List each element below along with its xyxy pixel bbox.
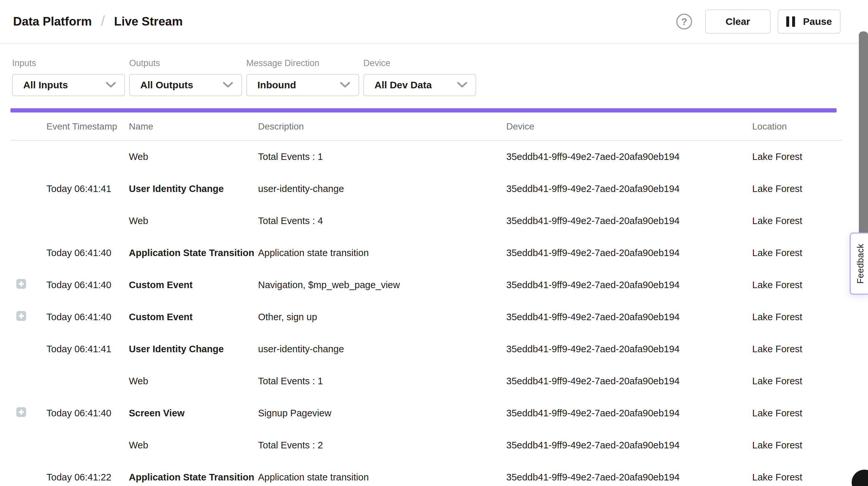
cell-device: 35eddb41-9ff9-49e2-7aed-20afa90eb194 [506,280,752,291]
breadcrumb: Data Platform / Live Stream [13,13,183,30]
message-direction-dropdown-value: Inbound [257,80,296,91]
header-actions: ? Clear Pause [676,9,840,34]
expand-plus-icon[interactable] [17,407,26,417]
filter-outputs-label: Outputs [129,58,242,68]
pause-icon [786,17,795,27]
help-icon[interactable]: ? [676,14,692,29]
cell-device: 35eddb41-9ff9-49e2-7aed-20afa90eb194 [506,344,752,355]
message-direction-dropdown[interactable]: Inbound [246,74,359,96]
cell-description: Application state transition [258,472,506,483]
table-row[interactable]: Today 06:41:40 Screen View Signup Pagevi… [0,397,868,429]
cell-description: Other, sign up [258,312,506,323]
cell-name: Custom Event [129,312,258,323]
column-header-event-timestamp: Event Timestamp [46,121,129,132]
cell-name: Application State Transition [129,248,258,259]
cell-description: Navigation, $mp_web_page_view [258,280,506,291]
outputs-dropdown-value: All Outputs [140,80,193,91]
table-row[interactable]: Web Total Events : 4 35eddb41-9ff9-49e2-… [0,205,868,237]
cell-location: Lake Forest [752,472,868,483]
event-table-body: Web Total Events : 1 35eddb41-9ff9-49e2-… [0,141,868,486]
live-stream-divider-bar [10,108,837,113]
expand-plus-icon[interactable] [17,279,26,289]
table-header: Event Timestamp Name Description Device … [0,113,868,141]
cell-location: Lake Forest [752,376,868,387]
table-row[interactable]: Today 06:41:22 Application State Transit… [0,461,868,486]
cell-location: Lake Forest [752,215,868,226]
column-header-device: Device [506,121,752,132]
cell-description: user-identity-change [258,344,506,355]
table-row[interactable]: Today 06:41:41 User Identity Change user… [0,333,868,365]
filter-inputs-label: Inputs [12,58,125,68]
cell-name: Web [129,215,258,226]
cell-timestamp: Today 06:41:40 [46,248,129,259]
cell-description: Total Events : 1 [258,151,506,162]
cell-timestamp: Today 06:41:40 [46,408,129,419]
cell-description: user-identity-change [258,183,506,194]
cell-location: Lake Forest [752,440,868,451]
column-header-location: Location [752,121,868,132]
cell-device: 35eddb41-9ff9-49e2-7aed-20afa90eb194 [506,376,752,387]
cell-location: Lake Forest [752,151,868,162]
cell-name: User Identity Change [129,344,258,355]
cell-name: Web [129,376,258,387]
cell-device: 35eddb41-9ff9-49e2-7aed-20afa90eb194 [506,151,752,162]
table-row[interactable]: Today 06:41:40 Custom Event Other, sign … [0,301,868,333]
filter-bar: Inputs All Inputs Outputs All Outputs Me… [0,44,868,96]
table-row[interactable]: Today 06:41:40 Application State Transit… [0,237,868,269]
cell-name: Application State Transition [129,472,258,483]
table-row[interactable]: Today 06:41:40 Custom Event Navigation, … [0,269,868,301]
cell-description: Total Events : 1 [258,376,506,387]
cell-location: Lake Forest [752,183,868,194]
filter-device-label: Device [363,58,476,68]
column-header-description: Description [258,121,506,132]
cell-name: Custom Event [129,280,258,291]
cell-timestamp: Today 06:41:40 [46,280,129,291]
cell-location: Lake Forest [752,408,868,419]
expand-plus-icon[interactable] [17,311,26,321]
cell-location: Lake Forest [752,312,868,323]
device-dropdown-value: All Dev Data [374,80,432,91]
table-row[interactable]: Web Total Events : 1 35eddb41-9ff9-49e2-… [0,365,868,397]
cell-device: 35eddb41-9ff9-49e2-7aed-20afa90eb194 [506,440,752,451]
cell-timestamp: Today 06:41:41 [46,344,129,355]
filter-message-direction: Message Direction Inbound [246,58,359,96]
feedback-tab-label: Feedback [856,244,866,284]
cell-description: Total Events : 4 [258,215,506,226]
filter-message-direction-label: Message Direction [246,58,359,68]
outputs-dropdown[interactable]: All Outputs [129,74,242,96]
cell-device: 35eddb41-9ff9-49e2-7aed-20afa90eb194 [506,183,752,194]
inputs-dropdown[interactable]: All Inputs [12,74,125,96]
cell-device: 35eddb41-9ff9-49e2-7aed-20afa90eb194 [506,408,752,419]
pause-button[interactable]: Pause [778,9,840,34]
breadcrumb-separator-icon: / [101,13,105,29]
chevron-down-icon [340,82,350,88]
chevron-down-icon [457,82,467,88]
device-dropdown[interactable]: All Dev Data [363,74,476,96]
cell-name: User Identity Change [129,183,258,194]
chevron-down-icon [223,82,233,88]
feedback-tab[interactable]: Feedback [850,233,868,295]
app-header: Data Platform / Live Stream ? Clear Paus… [0,0,868,44]
column-header-name: Name [129,121,258,132]
cell-device: 35eddb41-9ff9-49e2-7aed-20afa90eb194 [506,472,752,483]
cell-name: Screen View [129,408,258,419]
cell-timestamp: Today 06:41:40 [46,312,129,323]
cell-description: Total Events : 2 [258,440,506,451]
breadcrumb-data-platform[interactable]: Data Platform [13,15,92,28]
table-row[interactable]: Today 06:41:41 User Identity Change user… [0,173,868,205]
cell-description: Signup Pageview [258,408,506,419]
clear-button[interactable]: Clear [705,9,771,34]
cell-name: Web [129,440,258,451]
breadcrumb-live-stream: Live Stream [114,15,183,28]
table-row[interactable]: Web Total Events : 2 35eddb41-9ff9-49e2-… [0,429,868,461]
cell-timestamp: Today 06:41:41 [46,183,129,194]
filter-outputs: Outputs All Outputs [129,58,242,96]
cell-name: Web [129,151,258,162]
filter-device: Device All Dev Data [363,58,476,96]
cell-device: 35eddb41-9ff9-49e2-7aed-20afa90eb194 [506,215,752,226]
chevron-down-icon [106,82,116,88]
table-row[interactable]: Web Total Events : 1 35eddb41-9ff9-49e2-… [0,141,868,173]
filter-inputs: Inputs All Inputs [12,58,125,96]
cell-description: Application state transition [258,248,506,259]
inputs-dropdown-value: All Inputs [23,80,68,91]
